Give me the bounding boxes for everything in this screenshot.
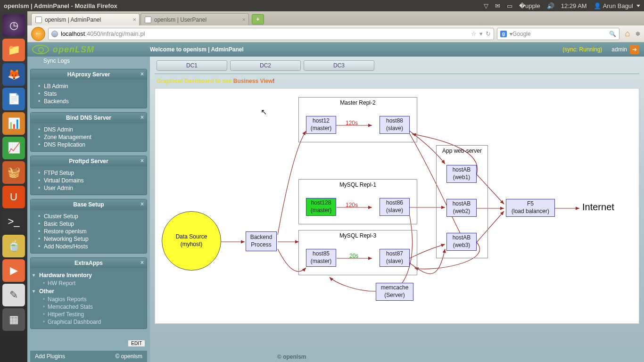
sidebar-item[interactable]: FTPd Setup: [31, 169, 147, 177]
brand-name: openLSM: [53, 45, 94, 55]
panel-bind: Bind DNS Server× DNS Admin Zone Manageme…: [30, 112, 147, 152]
tab-strip: openlsm | AdminPanel× openlsm | UserPane…: [27, 11, 644, 25]
window-title: openlsm | AdminPanel - Mozilla Firefox: [4, 2, 117, 9]
sidebar-item[interactable]: Backends: [31, 98, 147, 105]
collapse-icon[interactable]: ×: [140, 157, 144, 164]
tab-user[interactable]: openlsm | UserPanel×: [140, 13, 249, 25]
sidebar-item[interactable]: Cluster Setup: [31, 213, 147, 220]
sidebar-group[interactable]: Other: [31, 287, 147, 296]
copyright: © openlsm: [115, 353, 142, 360]
sidebar-item[interactable]: Nagios Reports: [31, 296, 147, 303]
system-tray: ▽ ✉ ▭ �upple 🔊 12:29 AM 👤 Arun Bagul: [484, 2, 640, 9]
sidebar-item[interactable]: Stats: [31, 90, 147, 98]
sidebar-item[interactable]: Virtual Domains: [31, 177, 147, 184]
vlc-launcher-icon[interactable]: ▶: [2, 259, 25, 282]
tab-admin[interactable]: openlsm | AdminPanel×: [31, 13, 140, 25]
editor-icon[interactable]: ✎: [2, 284, 25, 306]
globe-icon: [51, 31, 58, 37]
search-input[interactable]: g▾ Google🔍: [497, 28, 619, 40]
page-title: Welcome to openlsm | AdminPanel: [150, 46, 244, 53]
vlc-icon[interactable]: ▽: [484, 2, 488, 9]
feed-icon[interactable]: ☆: [471, 30, 477, 37]
sidebar-item[interactable]: User Admin: [31, 184, 147, 192]
node-backend: BackendProcess: [246, 231, 277, 251]
sidebar-item[interactable]: DNS Replication: [31, 141, 147, 148]
user-menu[interactable]: 👤 Arun Bagul: [594, 2, 640, 9]
favicon-icon: [35, 16, 42, 23]
unity-launcher: ◷ 📁 🦊 📄 📊 📈 🧺 U >_ 🍵 ▶ ✎ ▦: [0, 11, 27, 362]
files-icon[interactable]: 📁: [2, 39, 25, 61]
tab-label: openlsm | AdminPanel: [45, 16, 101, 23]
url-input[interactable]: localhost:4050/infra/cgi/main.pl ☆▾↻: [48, 28, 494, 40]
clock[interactable]: 12:29 AM: [561, 2, 587, 9]
tab-dc3[interactable]: DC3: [304, 60, 374, 71]
panel-title: Proftpd Server: [69, 158, 108, 165]
reload-icon[interactable]: ↻: [486, 30, 491, 37]
panel-proftpd: Proftpd Server× FTPd Setup Virtual Domai…: [30, 156, 147, 195]
sound-icon[interactable]: 🔊: [547, 2, 554, 9]
collapse-icon[interactable]: ×: [140, 259, 144, 266]
panel-base: Base Setup× Cluster Setup Basic Setup Re…: [30, 199, 147, 254]
sidebar-item[interactable]: Basic Setup: [31, 220, 147, 228]
collapse-icon[interactable]: ×: [140, 201, 144, 207]
sidebar-item-synclogs[interactable]: Sync Logs: [30, 57, 147, 65]
battery-icon[interactable]: ▭: [507, 2, 512, 9]
addon-icon[interactable]: ✽: [636, 31, 640, 37]
sidebar-item[interactable]: Restore openlsm: [31, 228, 147, 235]
node-host88: host88(slave): [380, 116, 410, 134]
back-button[interactable]: ←: [31, 27, 45, 41]
mail-icon[interactable]: ✉: [495, 2, 500, 9]
edit-button[interactable]: EDIT: [128, 340, 145, 347]
terminal-icon[interactable]: >_: [2, 210, 25, 233]
dash-icon[interactable]: ◷: [2, 14, 25, 37]
calc-icon[interactable]: 📈: [2, 137, 25, 159]
node-host85: host85(master): [306, 249, 336, 267]
home-icon[interactable]: ⌂: [622, 29, 633, 39]
sidebar-item[interactable]: Networking Setup: [31, 235, 147, 243]
internet-label: Internet: [582, 202, 614, 213]
panel-title: Bind DNS Server: [66, 115, 111, 121]
panel-title: ExtraApps: [74, 260, 103, 266]
new-tab-button[interactable]: +: [252, 14, 264, 25]
network-icon[interactable]: �upple: [519, 2, 540, 9]
app-header: openLSM Welcome to openlsm | AdminPanel …: [27, 42, 644, 57]
logout-icon[interactable]: ➜: [630, 45, 639, 54]
lag-label: 120s: [346, 202, 358, 208]
sidebar-item[interactable]: DNS Admin: [31, 126, 147, 133]
sidebar-item[interactable]: Add Nodes/Hosts: [31, 243, 147, 250]
node-web2: hostAB(web2): [446, 199, 477, 217]
node-host86: host86(slave): [380, 198, 410, 216]
node-host12: host12(master): [306, 116, 336, 134]
group-title: MySQL Repl-3: [299, 232, 417, 239]
impress-icon[interactable]: 📊: [2, 112, 25, 135]
collapse-icon[interactable]: ×: [140, 71, 144, 77]
node-host87: host87(slave): [380, 249, 410, 267]
tab-dc1[interactable]: DC1: [157, 60, 227, 71]
node-web1: hostAB(web1): [446, 165, 477, 183]
sidebar-item[interactable]: Zone Management: [31, 133, 147, 141]
tab-label: openlsm | UserPanel: [154, 16, 206, 23]
close-icon[interactable]: ×: [132, 16, 136, 23]
add-plugins-link[interactable]: Add Plugins: [35, 353, 65, 360]
sidebar-item[interactable]: HW Report: [31, 280, 147, 287]
sidebar-item[interactable]: LB Admin: [31, 82, 147, 90]
software-icon[interactable]: 🧺: [2, 161, 25, 184]
current-user: admin: [611, 46, 627, 53]
panel-extra: ExtraApps× Hardware Inventory HW Report …: [30, 257, 147, 329]
sidebar-item[interactable]: Memcached Stats: [31, 303, 147, 311]
lag-label: 20s: [349, 253, 358, 259]
sidebar-group[interactable]: Hardware Inventory: [31, 271, 147, 280]
tea-icon[interactable]: 🍵: [2, 235, 25, 257]
main-content: DC1 DC2 DC3 Graphical Dashboard to see B…: [150, 57, 644, 362]
sidebar-item[interactable]: Graphical Dashboard: [31, 318, 147, 326]
close-icon[interactable]: ×: [242, 16, 246, 23]
node-web3: hostAB(web3): [446, 233, 477, 251]
sidebar-item[interactable]: Httperf Testing: [31, 311, 147, 318]
ubuntu-icon[interactable]: U: [2, 186, 25, 208]
node-memcache: memcache(Server): [376, 283, 413, 301]
workspace-icon[interactable]: ▦: [2, 308, 25, 331]
firefox-icon[interactable]: 🦊: [2, 63, 25, 86]
tab-dc2[interactable]: DC2: [230, 60, 301, 71]
writer-icon[interactable]: 📄: [2, 88, 25, 110]
collapse-icon[interactable]: ×: [140, 114, 144, 121]
